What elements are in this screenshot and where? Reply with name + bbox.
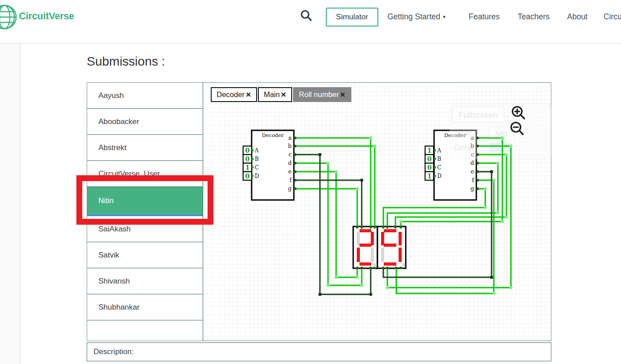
- wire-left-c: [295, 153, 373, 296]
- circuitverse-logo-icon[interactable]: [0, 4, 20, 32]
- svg-text:e: e: [471, 168, 474, 175]
- list-item-circuitverse-user[interactable]: CircuitVerse_User: [87, 161, 203, 187]
- fullscreen-label: Fullscreen: [458, 110, 498, 120]
- svg-text:0: 0: [245, 173, 250, 180]
- tab-roll-number-active[interactable]: Roll number ✕: [293, 87, 351, 102]
- description-label: Description:: [93, 347, 134, 356]
- simulator-label: Simulator: [336, 13, 368, 22]
- page-title: Submissions :: [87, 54, 165, 69]
- list-item-empty: [87, 320, 203, 341]
- decoder-title: Decoder: [262, 132, 284, 138]
- svg-text:B: B: [255, 156, 259, 162]
- svg-text:C: C: [437, 164, 441, 171]
- svg-text:0: 0: [427, 155, 432, 163]
- svg-text:e: e: [288, 168, 292, 175]
- nav-item-features[interactable]: Features: [469, 12, 500, 22]
- list-item-aayush[interactable]: Aayush: [87, 83, 203, 109]
- circuit-tabs: Decoder ✕ Main ✕ Roll number ✕: [211, 87, 351, 102]
- tab-main[interactable]: Main ✕: [258, 87, 292, 102]
- submission-user-list: Aayush Aboobacker Abstrekt CircuitVerse_…: [87, 83, 203, 341]
- faded-properties-panel: Fullscreen Time: 500 Clock:: [450, 103, 551, 159]
- close-icon[interactable]: ✕: [340, 91, 346, 99]
- nav-item-teachers[interactable]: Teachers: [518, 12, 550, 22]
- top-navbar: CircuitVerse Simulator Getting Started▾ …: [0, 0, 621, 44]
- close-icon[interactable]: ✕: [245, 91, 251, 99]
- svg-text:A: A: [437, 147, 441, 154]
- page: CircuitVerse Simulator Getting Started▾ …: [0, 0, 621, 364]
- left-page-gutter: [0, 44, 20, 364]
- svg-text:0: 0: [427, 164, 432, 171]
- clock-label: Clock:: [454, 144, 474, 151]
- input-bits-left[interactable]: 0 0 1 0: [243, 146, 254, 180]
- nav-item-circuits-clipped[interactable]: Circu: [603, 12, 621, 22]
- chevron-down-icon: ▾: [443, 14, 446, 20]
- svg-text:A: A: [254, 147, 259, 154]
- nav-item-about[interactable]: About: [567, 12, 588, 22]
- wire-left-a: [295, 137, 373, 229]
- circuit-preview[interactable]: Decoder a b c d e f g A B C D 0 0 1 0: [203, 82, 551, 341]
- close-icon[interactable]: ✕: [281, 91, 287, 99]
- time-label: Time:: [454, 130, 471, 138]
- svg-text:d: d: [470, 160, 474, 166]
- brand-name[interactable]: CircuitVerse: [19, 11, 74, 22]
- wire-left-f: [295, 179, 364, 229]
- svg-text:0: 0: [245, 155, 250, 163]
- svg-text:B: B: [437, 156, 441, 162]
- nav-item-simulator[interactable]: Simulator: [326, 8, 378, 27]
- list-item-nitin-selected[interactable]: Nitin: [87, 187, 203, 216]
- svg-text:c: c: [288, 151, 292, 158]
- tab-decoder[interactable]: Decoder ✕: [211, 87, 257, 102]
- svg-text:C: C: [255, 164, 259, 171]
- description-section: Description:: [87, 342, 551, 361]
- wire-left-e: [295, 170, 359, 279]
- seven-segment-display-right[interactable]: [377, 226, 406, 268]
- svg-text:0: 0: [245, 147, 250, 154]
- svg-text:1: 1: [245, 164, 250, 171]
- list-item-saiakash[interactable]: SaiAkash: [87, 216, 203, 242]
- svg-text:D: D: [255, 173, 259, 179]
- clock-input[interactable]: [490, 142, 510, 152]
- list-item-satvik[interactable]: Satvik: [87, 242, 203, 268]
- nav-item-getting-started[interactable]: Getting Started▾: [387, 12, 445, 22]
- list-item-shubhankar[interactable]: Shubhankar: [87, 294, 203, 320]
- list-item-shivansh[interactable]: Shivansh: [87, 268, 203, 294]
- seven-segment-display-left[interactable]: [353, 226, 377, 268]
- svg-text:g: g: [288, 185, 292, 192]
- svg-text:g: g: [470, 185, 474, 192]
- svg-text:1: 1: [427, 173, 432, 180]
- svg-text:D: D: [437, 173, 442, 179]
- list-item-abstrekt[interactable]: Abstrekt: [87, 135, 203, 161]
- svg-text:b: b: [288, 142, 292, 149]
- svg-text:1: 1: [427, 147, 432, 154]
- list-item-aboobacker[interactable]: Aboobacker: [87, 109, 203, 135]
- svg-text:d: d: [288, 160, 292, 166]
- svg-text:a: a: [288, 134, 292, 141]
- wire-left-g: [295, 187, 359, 229]
- search-icon[interactable]: [300, 9, 313, 22]
- decoder-subcircuit-left[interactable]: Decoder a b c d e f g A B C D: [252, 130, 294, 200]
